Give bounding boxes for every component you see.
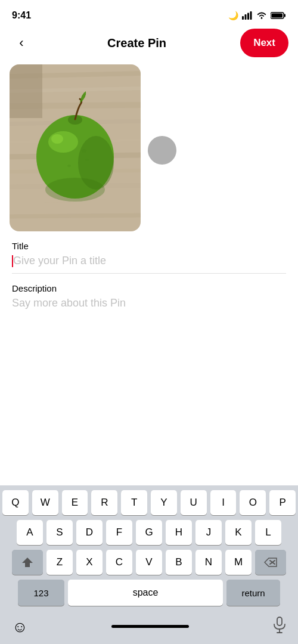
keyboard-row-3: Z X C V B N M: [2, 550, 296, 575]
key-r[interactable]: R: [91, 490, 117, 515]
key-j[interactable]: J: [195, 520, 222, 545]
moon-icon: 🌙: [228, 11, 238, 20]
keyboard-row-1: Q W E R T Y U I O P: [2, 490, 296, 515]
svg-rect-3: [250, 11, 252, 20]
description-label: Description: [12, 283, 286, 293]
key-s[interactable]: S: [46, 520, 73, 545]
emoji-icon[interactable]: ☺: [12, 618, 28, 636]
back-arrow-icon: ‹: [19, 35, 23, 51]
key-y[interactable]: Y: [151, 490, 177, 515]
key-g[interactable]: G: [136, 520, 162, 545]
key-u[interactable]: U: [181, 490, 207, 515]
key-q[interactable]: Q: [2, 490, 29, 515]
back-button[interactable]: ‹: [10, 31, 33, 55]
svg-rect-6: [284, 14, 286, 17]
page-title: Create Pin: [107, 36, 166, 50]
svg-rect-19: [10, 64, 42, 118]
key-m[interactable]: M: [225, 550, 252, 575]
key-c[interactable]: C: [106, 550, 132, 575]
wifi-icon: [256, 11, 267, 20]
mic-icon[interactable]: [273, 617, 286, 637]
key-z[interactable]: Z: [46, 550, 73, 575]
title-label: Title: [12, 241, 286, 251]
title-placeholder: Give your Pin a title: [13, 255, 106, 267]
svg-point-27: [85, 159, 89, 161]
delete-key[interactable]: [255, 550, 286, 575]
next-button[interactable]: Next: [240, 29, 288, 57]
svg-rect-0: [242, 16, 244, 20]
svg-rect-32: [277, 617, 282, 626]
delete-icon: [264, 558, 277, 567]
key-p[interactable]: P: [269, 490, 296, 515]
apple-image: [10, 64, 141, 231]
form-section: Title Give your Pin a title Description …: [0, 239, 298, 315]
svg-point-26: [82, 149, 86, 153]
key-l[interactable]: L: [255, 520, 281, 545]
numbers-key[interactable]: 123: [18, 580, 64, 606]
key-h[interactable]: H: [166, 520, 192, 545]
signal-icon: [242, 11, 253, 20]
status-icons: 🌙: [228, 11, 286, 20]
svg-rect-7: [272, 14, 283, 18]
keyboard-extras-row: ☺: [2, 611, 296, 642]
battery-icon: [271, 11, 286, 20]
keyboard: Q W E R T Y U I O P A S D F G H J K L Z …: [0, 485, 298, 644]
key-b[interactable]: B: [166, 550, 192, 575]
key-k[interactable]: K: [225, 520, 252, 545]
description-input[interactable]: Say more about this Pin: [12, 296, 286, 315]
image-section: [0, 62, 298, 239]
header: ‹ Create Pin Next: [0, 26, 298, 62]
svg-point-4: [261, 17, 263, 19]
key-o[interactable]: O: [240, 490, 266, 515]
title-input[interactable]: Give your Pin a title: [12, 253, 286, 274]
svg-rect-2: [247, 13, 249, 20]
keyboard-row-2: A S D F G H J K L: [2, 520, 296, 545]
shift-icon: [21, 557, 33, 568]
home-indicator: [111, 625, 189, 628]
svg-point-22: [51, 134, 63, 144]
svg-rect-1: [245, 14, 247, 20]
key-f[interactable]: F: [106, 520, 132, 545]
key-i[interactable]: I: [210, 490, 237, 515]
key-t[interactable]: T: [121, 490, 147, 515]
svg-marker-29: [22, 558, 33, 567]
key-a[interactable]: A: [17, 520, 43, 545]
svg-point-28: [67, 165, 71, 167]
space-key[interactable]: space: [68, 580, 223, 606]
status-time: 9:41: [12, 10, 31, 21]
key-d[interactable]: D: [76, 520, 103, 545]
status-bar: 9:41 🌙: [0, 0, 298, 26]
key-w[interactable]: W: [32, 490, 58, 515]
keyboard-row-4: 123 space return: [2, 580, 296, 606]
drag-handle[interactable]: [148, 136, 176, 165]
microphone-icon: [273, 617, 286, 633]
pin-image[interactable]: [10, 64, 141, 231]
key-v[interactable]: V: [136, 550, 162, 575]
svg-line-18: [10, 215, 141, 216]
key-x[interactable]: X: [76, 550, 103, 575]
return-key[interactable]: return: [226, 580, 280, 606]
description-placeholder: Say more about this Pin: [12, 297, 126, 309]
key-n[interactable]: N: [195, 550, 222, 575]
key-e[interactable]: E: [62, 490, 88, 515]
shift-key[interactable]: [12, 550, 43, 575]
svg-point-24: [45, 178, 105, 202]
